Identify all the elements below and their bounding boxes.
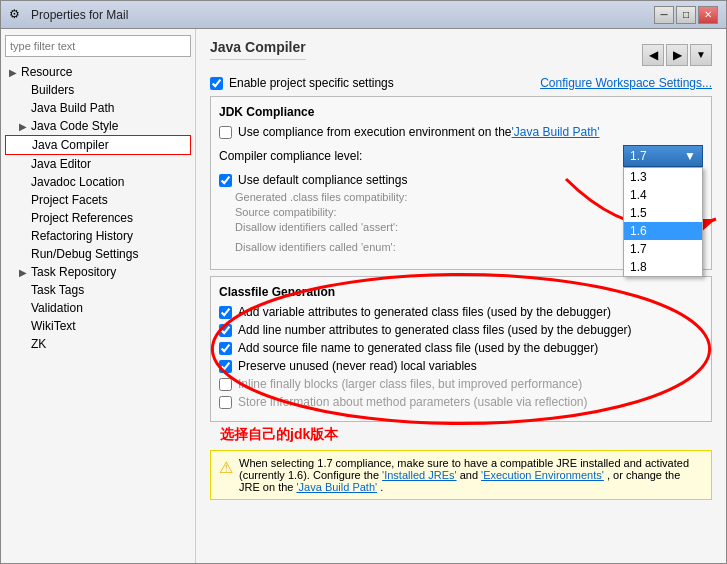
option-1-3[interactable]: 1.3 bbox=[624, 168, 702, 186]
warning-icon: ⚠ bbox=[219, 458, 233, 477]
inline-finally-checkbox[interactable] bbox=[219, 378, 232, 391]
option-1-4[interactable]: 1.4 bbox=[624, 186, 702, 204]
sidebar-item-task-repository[interactable]: ▶ Task Repository bbox=[5, 263, 191, 281]
disallow-enum-label: Disallow identifiers called 'enum': bbox=[235, 241, 623, 253]
sidebar-item-builders[interactable]: Builders bbox=[5, 81, 191, 99]
option-1-7[interactable]: 1.7 bbox=[624, 240, 702, 258]
java-build-path-link[interactable]: 'Java Build Path' bbox=[511, 125, 599, 139]
disallow-assert-label: Disallow identifiers called 'assert': bbox=[235, 221, 583, 233]
classfile-section-wrapper: Classfile Generation Add variable attrib… bbox=[210, 276, 712, 422]
minimize-button[interactable]: ─ bbox=[654, 6, 674, 24]
expand-arrow: ▶ bbox=[19, 267, 31, 278]
add-variable-checkbox[interactable] bbox=[219, 306, 232, 319]
classfile-option-3: Add source file name to generated class … bbox=[219, 341, 703, 355]
compliance-dropdown-container: 1.7 ▼ 1.3 1.4 1.5 1.6 1.7 1.8 bbox=[623, 145, 703, 167]
add-source-file-checkbox[interactable] bbox=[219, 342, 232, 355]
sidebar-item-validation[interactable]: Validation bbox=[5, 299, 191, 317]
warning-section: ⚠ When selecting 1.7 compliance, make su… bbox=[210, 450, 712, 500]
compliance-dropdown-arrow: ▼ bbox=[684, 149, 696, 163]
maximize-button[interactable]: □ bbox=[676, 6, 696, 24]
sidebar-item-zk[interactable]: ZK bbox=[5, 335, 191, 353]
use-compliance-checkbox[interactable] bbox=[219, 126, 232, 139]
compliance-dropdown-button[interactable]: 1.7 ▼ bbox=[623, 145, 703, 167]
back-button[interactable]: ◀ bbox=[642, 44, 664, 66]
close-button[interactable]: ✕ bbox=[698, 6, 718, 24]
properties-window: ⚙ Properties for Mail ─ □ ✕ ▶ Resource B… bbox=[0, 0, 727, 564]
jdk-compliance-section: JDK Compliance Use compliance from execu… bbox=[210, 96, 712, 270]
sidebar-item-javadoc-location[interactable]: Javadoc Location bbox=[5, 173, 191, 191]
sidebar-item-task-tags[interactable]: Task Tags bbox=[5, 281, 191, 299]
use-compliance-label: Use compliance from execution environmen… bbox=[238, 125, 511, 139]
enable-settings-checkbox[interactable] bbox=[210, 77, 223, 90]
source-label: Source compatibility: bbox=[235, 206, 583, 218]
jdk-section-title: JDK Compliance bbox=[219, 105, 703, 119]
enable-settings-label: Enable project specific settings bbox=[229, 76, 394, 90]
titlebar-buttons: ─ □ ✕ bbox=[654, 6, 718, 24]
generated-label: Generated .class files compatibility: bbox=[235, 191, 583, 203]
inline-finally-label: Inline finally blocks (larger class file… bbox=[238, 377, 582, 391]
enable-settings-row: Enable project specific settings Configu… bbox=[210, 76, 712, 90]
sidebar-item-project-references[interactable]: Project References bbox=[5, 209, 191, 227]
compliance-level-label: Compiler compliance level: bbox=[219, 149, 623, 163]
window-icon: ⚙ bbox=[9, 7, 25, 23]
execution-environments-link[interactable]: 'Execution Environments' bbox=[481, 469, 604, 481]
right-panel: Java Compiler ◀ ▶ ▼ Enable project speci… bbox=[196, 29, 726, 563]
sidebar-item-java-code-style[interactable]: ▶ Java Code Style bbox=[5, 117, 191, 135]
titlebar: ⚙ Properties for Mail ─ □ ✕ bbox=[1, 1, 726, 29]
forward-button[interactable]: ▶ bbox=[666, 44, 688, 66]
window-title: Properties for Mail bbox=[31, 8, 654, 22]
sidebar-item-java-build-path[interactable]: Java Build Path bbox=[5, 99, 191, 117]
add-source-file-label: Add source file name to generated class … bbox=[238, 341, 598, 355]
option-1-5[interactable]: 1.5 bbox=[624, 204, 702, 222]
add-line-number-checkbox[interactable] bbox=[219, 324, 232, 337]
sidebar-item-refactoring-history[interactable]: Refactoring History bbox=[5, 227, 191, 245]
installed-jres-link[interactable]: 'Installed JREs' bbox=[382, 469, 457, 481]
use-default-checkbox[interactable] bbox=[219, 174, 232, 187]
filter-input[interactable] bbox=[5, 35, 191, 57]
sidebar-item-resource[interactable]: ▶ Resource bbox=[5, 63, 191, 81]
classfile-section-title: Classfile Generation bbox=[219, 285, 703, 299]
sidebar: ▶ Resource Builders Java Build Path ▶ Ja… bbox=[1, 29, 196, 563]
sidebar-item-project-facets[interactable]: Project Facets bbox=[5, 191, 191, 209]
add-variable-label: Add variable attributes to generated cla… bbox=[238, 305, 611, 319]
classfile-option-2: Add line number attributes to generated … bbox=[219, 323, 703, 337]
configure-workspace-link[interactable]: Configure Workspace Settings... bbox=[540, 76, 712, 90]
expand-arrow: ▶ bbox=[9, 67, 21, 78]
compliance-dropdown-value: 1.7 bbox=[630, 149, 647, 163]
classfile-option-4: Preserve unused (never read) local varia… bbox=[219, 359, 703, 373]
add-line-number-label: Add line number attributes to generated … bbox=[238, 323, 632, 337]
classfile-option-6: Store information about method parameter… bbox=[219, 395, 703, 409]
main-content: ▶ Resource Builders Java Build Path ▶ Ja… bbox=[1, 29, 726, 563]
classfile-option-1: Add variable attributes to generated cla… bbox=[219, 305, 703, 319]
compliance-dropdown-menu: 1.3 1.4 1.5 1.6 1.7 1.8 bbox=[623, 167, 703, 277]
sidebar-item-java-editor[interactable]: Java Editor bbox=[5, 155, 191, 173]
panel-title: Java Compiler bbox=[210, 39, 306, 60]
option-1-8[interactable]: 1.8 bbox=[624, 258, 702, 276]
preserve-unused-checkbox[interactable] bbox=[219, 360, 232, 373]
java-build-path-warning-link[interactable]: 'Java Build Path' bbox=[296, 481, 377, 493]
expand-arrow: ▶ bbox=[19, 121, 31, 132]
classfile-generation-section: Classfile Generation Add variable attrib… bbox=[210, 276, 712, 422]
use-default-label: Use default compliance settings bbox=[238, 173, 407, 187]
warning-text: When selecting 1.7 compliance, make sure… bbox=[239, 457, 703, 493]
sidebar-item-java-compiler[interactable]: Java Compiler bbox=[5, 135, 191, 155]
nav-dropdown[interactable]: ▼ bbox=[690, 44, 712, 66]
store-method-params-checkbox[interactable] bbox=[219, 396, 232, 409]
preserve-unused-label: Preserve unused (never read) local varia… bbox=[238, 359, 477, 373]
classfile-option-5: Inline finally blocks (larger class file… bbox=[219, 377, 703, 391]
compliance-level-row: Compiler compliance level: 1.7 ▼ 1.3 1.4… bbox=[219, 145, 703, 167]
sidebar-item-run-debug[interactable]: Run/Debug Settings bbox=[5, 245, 191, 263]
nav-bar: ◀ ▶ ▼ bbox=[642, 44, 712, 66]
sidebar-item-wikitext[interactable]: WikiText bbox=[5, 317, 191, 335]
store-method-label: Store information about method parameter… bbox=[238, 395, 588, 409]
use-compliance-row: Use compliance from execution environmen… bbox=[219, 125, 703, 139]
annotation-text: 选择自己的jdk版本 bbox=[220, 426, 338, 444]
option-1-6[interactable]: 1.6 bbox=[624, 222, 702, 240]
